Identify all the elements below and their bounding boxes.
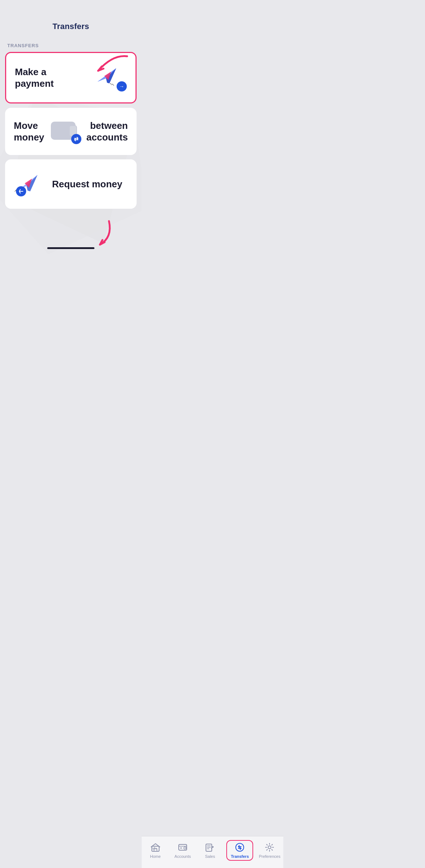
page-title: Transfers bbox=[7, 22, 134, 31]
move-money-card[interactable]: Movemoney betweenaccounts bbox=[5, 108, 137, 155]
svg-line-1 bbox=[113, 84, 114, 86]
make-payment-card[interactable]: Make apayment → bbox=[5, 52, 137, 103]
request-money-icon bbox=[14, 170, 46, 199]
request-money-card[interactable]: Request money bbox=[5, 159, 137, 209]
move-money-icon bbox=[51, 119, 80, 144]
cards-container: Make apayment → bbox=[0, 52, 142, 209]
move-money-label-left: Movemoney bbox=[14, 120, 44, 143]
move-money-label-right: betweenaccounts bbox=[86, 120, 128, 143]
svg-line-0 bbox=[110, 83, 112, 85]
transfer-arrows-circle bbox=[71, 134, 81, 144]
content-area: Transfers TRANSFERS Make apayment bbox=[0, 0, 142, 245]
make-payment-label: Make apayment bbox=[15, 66, 94, 90]
send-arrow-circle: → bbox=[117, 81, 127, 91]
header: Transfers bbox=[0, 0, 142, 38]
payment-icon-wrap: → bbox=[94, 63, 127, 92]
section-label: TRANSFERS bbox=[0, 38, 142, 52]
home-indicator-bar bbox=[47, 247, 94, 249]
page-wrapper: Transfers TRANSFERS Make apayment bbox=[0, 0, 142, 289]
request-money-label: Request money bbox=[46, 178, 128, 190]
